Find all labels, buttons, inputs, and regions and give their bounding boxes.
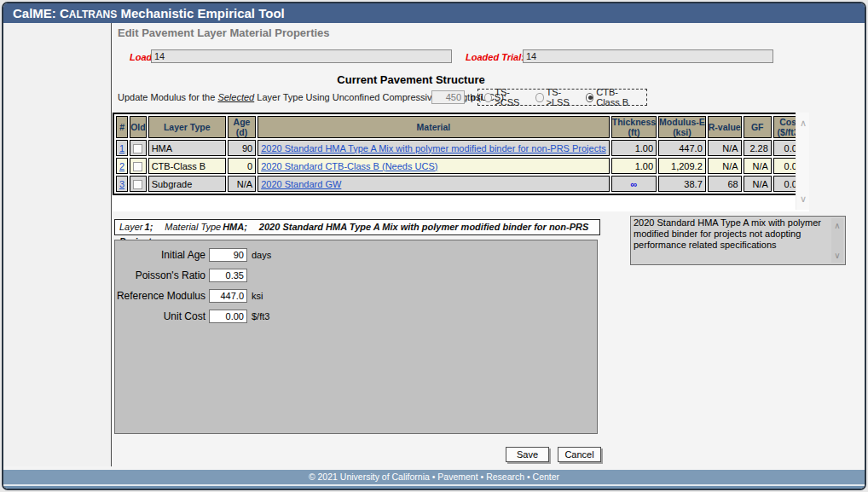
r-value-cell: 68 [708, 176, 742, 192]
col-gf: GF [744, 116, 772, 138]
loaded-trial-field[interactable] [523, 49, 773, 63]
age-cell: 90 [228, 140, 256, 156]
initial-age-input[interactable] [209, 248, 247, 262]
gf-cell: N/A [744, 176, 772, 192]
unit-cost-label: Unit Cost [115, 310, 205, 322]
table-row-layer-3: 3 Subgrade N/A 2020 Standard GW ∞ 38.7 6… [116, 176, 806, 192]
selected-layer-info: Layer1;Material TypeHMA;2020 Standard HM… [114, 219, 600, 235]
footer-strip [3, 486, 865, 489]
table-header-row: # Old Layer Type Age(d) Material Thickne… [116, 116, 806, 138]
layer-3-link[interactable]: 3 [119, 179, 124, 189]
scroll-up-icon[interactable]: ∧ [796, 118, 810, 129]
layer-type-cell: CTB-Class B [148, 158, 226, 174]
material-link[interactable]: 2020 Standard CTB-Class B (Needs UCS) [261, 161, 437, 171]
radio-ts-lss[interactable]: TS->LSS [535, 87, 577, 107]
table-row-layer-2: 2 CTB-Class B 0 2020 Standard CTB-Class … [116, 158, 806, 174]
material-description-text: 2020 Standard HMA Type A mix with polyme… [634, 217, 821, 250]
modulus-cell: 38.7 [658, 176, 706, 192]
reference-modulus-unit: ksi [252, 291, 263, 301]
modulus-cell: 447.0 [658, 140, 706, 156]
app-window: CalME: CALTRANS Mechanistic Empirical To… [0, 0, 868, 492]
cancel-button[interactable]: Cancel [558, 447, 601, 462]
reference-modulus-field-row: Reference Modulus ksi [115, 289, 263, 303]
infinity-thickness: ∞ [611, 176, 657, 192]
material-description-textarea[interactable]: 2020 Standard HMA Type A mix with polyme… [630, 216, 846, 265]
poissons-ratio-field-row: Poisson's Ratio [115, 269, 252, 282]
age-cell: N/A [228, 176, 256, 192]
poissons-ratio-label: Poisson's Ratio [115, 269, 205, 281]
ucs-input[interactable] [431, 90, 465, 104]
app-title-bar: CalME: CALTRANS Mechanistic Empirical To… [3, 3, 865, 23]
old-checkbox[interactable] [133, 162, 142, 171]
unit-cost-unit: $/ft3 [252, 311, 269, 321]
col-material: Material [258, 116, 610, 138]
radio-icon [484, 93, 492, 102]
col-r-value: R-value [708, 116, 742, 138]
col-layer-type: Layer Type [148, 116, 226, 138]
initial-age-unit: days [252, 250, 271, 260]
material-link[interactable]: 2020 Standard HMA Type A Mix with polyme… [261, 143, 606, 153]
thickness-cell: 1.00 [611, 158, 657, 174]
modulus-cell: 1,209.2 [658, 158, 706, 174]
loaded-trial-label: Loaded Trial: [466, 52, 524, 62]
col-old: Old [130, 116, 147, 138]
layer-detail-panel: Initial Age days Poisson's Ratio Referen… [114, 240, 598, 434]
old-checkbox[interactable] [133, 144, 142, 153]
scroll-down-icon[interactable]: ∨ [831, 250, 843, 261]
window-frame: CalME: CALTRANS Mechanistic Empirical To… [2, 2, 866, 490]
layer-type-cell: HMA [148, 140, 226, 156]
unit-cost-field-row: Unit Cost $/ft3 [115, 310, 269, 323]
reference-modulus-input[interactable] [209, 289, 247, 303]
scroll-down-icon[interactable]: ∨ [796, 194, 810, 205]
r-value-cell: N/A [708, 158, 742, 174]
material-link[interactable]: 2020 Standard GW [261, 179, 341, 189]
radio-ctb-class-b[interactable]: CTB-Class B [586, 87, 640, 107]
reference-modulus-label: Reference Modulus [115, 290, 205, 302]
left-sidebar [3, 23, 112, 466]
table-row-layer-1: 1 HMA 90 2020 Standard HMA Type A Mix wi… [116, 140, 806, 156]
r-value-cell: N/A [708, 140, 742, 156]
thickness-cell: 1.00 [611, 140, 657, 156]
col-age: Age(d) [228, 116, 256, 138]
pavement-layers-table: # Old Layer Type Age(d) Material Thickne… [113, 113, 809, 195]
radio-selected-icon [586, 93, 593, 102]
layer-2-link[interactable]: 2 [119, 161, 124, 171]
age-cell: 0 [228, 158, 256, 174]
loaded-project-field[interactable] [151, 49, 452, 63]
pavement-structure-panel: # Old Layer Type Age(d) Material Thickne… [113, 113, 809, 211]
col-num: # [116, 116, 128, 138]
gf-cell: 2.28 [744, 140, 772, 156]
section-heading: Current Pavement Structure [113, 73, 709, 86]
radio-ts-css[interactable]: TS->CSS [484, 87, 527, 107]
layer-1-link[interactable]: 1 [119, 143, 124, 153]
app-title: CalME: CALTRANS Mechanistic Empirical To… [13, 6, 285, 20]
initial-age-label: Initial Age [115, 249, 205, 261]
page-title: Edit Pavement Layer Material Properties [118, 26, 330, 39]
layer-type-cell: Subgrade [148, 176, 226, 192]
unit-cost-input[interactable] [209, 310, 247, 323]
initial-age-field-row: Initial Age days [115, 248, 271, 262]
old-checkbox[interactable] [133, 180, 142, 189]
footer: © 2021 University of California • Paveme… [3, 470, 865, 484]
scroll-up-icon[interactable]: ∧ [831, 220, 843, 231]
col-thickness: Thickness(ft) [611, 116, 657, 138]
radio-icon [535, 93, 543, 102]
table-scrollbar[interactable]: ∧ ∨ [796, 113, 809, 210]
col-modulus: Modulus-E(ksi) [658, 116, 706, 138]
layer-type-radio-group: TS->CSS TS->LSS CTB-Class B [477, 89, 647, 106]
poissons-ratio-input[interactable] [209, 269, 247, 282]
gf-cell: N/A [744, 158, 772, 174]
save-button[interactable]: Save [506, 447, 549, 462]
description-scrollbar[interactable]: ∧ ∨ [831, 218, 843, 263]
